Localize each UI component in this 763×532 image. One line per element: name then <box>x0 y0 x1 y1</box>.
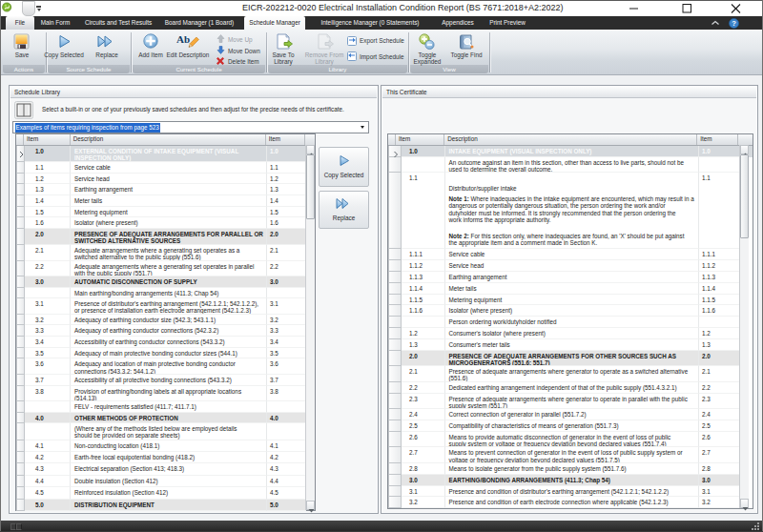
svg-text:?: ? <box>732 19 736 28</box>
